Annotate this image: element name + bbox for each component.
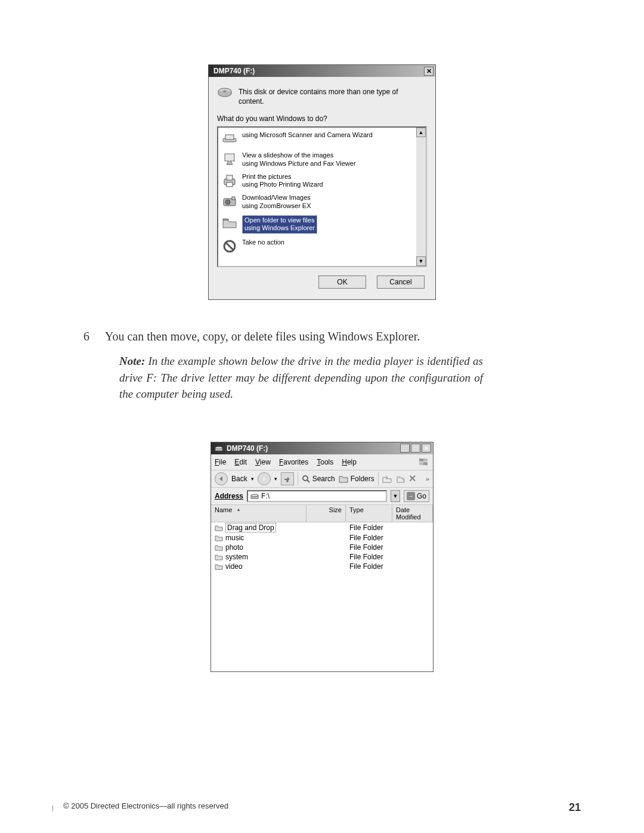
explorer-toolbar: Back ▾ ▾ Search Folders	[211, 470, 433, 488]
row-name: photo	[225, 543, 243, 552]
up-button[interactable]	[281, 472, 294, 485]
explorer-title-text: DMP740 (F:)	[227, 444, 268, 453]
autoplay-option-line1: View a slideshow of the images	[242, 151, 333, 159]
note-paragraph: Note: In the example shown below the dri…	[119, 353, 483, 402]
minimize-icon[interactable]: _	[400, 444, 410, 453]
chevron-down-icon[interactable]: ▾	[251, 476, 254, 482]
close-icon[interactable]: ✕	[424, 67, 434, 76]
explorer-window: DMP740 (F:) _ □ ✕ File Edit View Favorit…	[210, 442, 434, 672]
explorer-addressbar: Address F:\ ▼ → Go	[211, 488, 433, 505]
step-6: 6 You can then move, copy, or delete fil…	[78, 330, 644, 343]
menu-edit[interactable]: Edit	[234, 458, 247, 466]
back-label[interactable]: Back	[231, 475, 247, 483]
autoplay-body: This disk or device contains more than o…	[209, 77, 435, 299]
figure-autoplay-dialog: DMP740 (F:) ✕ This disk or device contai…	[0, 0, 644, 300]
menu-favorites[interactable]: Favorites	[279, 458, 308, 466]
autoplay-option-line2: using Photo Printing Wizard	[242, 181, 323, 188]
row-type: File Folder	[349, 524, 396, 532]
document-page: DMP740 (F:) ✕ This disk or device contai…	[0, 0, 644, 833]
autoplay-option-line2: using Windows Explorer	[244, 224, 315, 231]
header-date[interactable]: Date Modified	[392, 505, 433, 522]
autoplay-option[interactable]: Take no action	[221, 236, 414, 256]
toolbar-separator	[298, 472, 298, 485]
toolbar-separator	[378, 472, 379, 485]
maximize-icon[interactable]: □	[411, 444, 420, 453]
folder-icon	[215, 563, 223, 570]
autoplay-option[interactable]: using Microsoft Scanner and Camera Wizar…	[221, 129, 414, 149]
toolbar-more[interactable]: »	[426, 475, 429, 482]
header-type[interactable]: Type	[346, 505, 392, 522]
menu-help[interactable]: Help	[342, 458, 357, 466]
scanner-icon	[222, 131, 237, 147]
explorer-column-headers: Name ▲ Size Type Date Modified	[211, 505, 433, 522]
svg-point-14	[215, 447, 222, 449]
explorer-file-list: Drag and Drop File Folder music File Fol…	[211, 522, 433, 671]
forward-button[interactable]	[258, 472, 271, 485]
back-button[interactable]	[215, 472, 228, 485]
table-row[interactable]: Drag and Drop File Folder	[211, 522, 433, 533]
autoplay-option-line2: using ZoomBrowser EX	[242, 202, 311, 209]
go-arrow-icon: →	[407, 492, 415, 500]
copyright-text: © 2005 Directed Electronics—all rights r…	[63, 801, 228, 814]
close-icon[interactable]: ✕	[422, 444, 431, 453]
table-row[interactable]: music File Folder	[211, 533, 433, 543]
autoplay-option[interactable]: Print the pictures using Photo Printing …	[221, 171, 414, 192]
table-row[interactable]: photo File Folder	[211, 543, 433, 552]
table-row[interactable]: video File Folder	[211, 562, 433, 571]
row-name: system	[225, 553, 248, 561]
row-type: File Folder	[349, 553, 396, 561]
svg-point-9	[225, 200, 230, 205]
menu-file[interactable]: File	[215, 458, 226, 466]
folders-label: Folders	[351, 475, 374, 483]
address-dropdown-icon[interactable]: ▼	[391, 490, 400, 502]
drive-icon	[250, 493, 259, 500]
header-size[interactable]: Size	[306, 505, 346, 522]
svg-point-15	[303, 476, 308, 481]
scrollbar[interactable]: ▲ ▼	[416, 128, 426, 266]
go-label: Go	[417, 492, 426, 500]
address-input[interactable]: F:\	[247, 490, 387, 502]
folder-icon	[222, 215, 237, 231]
svg-rect-6	[227, 175, 233, 180]
move-to-icon[interactable]	[382, 474, 392, 484]
autoplay-option-list: using Microsoft Scanner and Camera Wizar…	[217, 126, 427, 267]
folders-button[interactable]: Folders	[339, 475, 374, 483]
cancel-button[interactable]: Cancel	[377, 275, 425, 289]
drive-icon	[215, 445, 223, 452]
search-label: Search	[312, 475, 335, 483]
autoplay-option-line1: Download/View Images	[242, 194, 311, 201]
scroll-up-icon[interactable]: ▲	[416, 128, 426, 137]
autoplay-option[interactable]: View a slideshow of the images using Win…	[221, 149, 414, 171]
autoplay-option-line1: Print the pictures	[242, 173, 292, 180]
svg-line-16	[307, 480, 309, 482]
search-button[interactable]: Search	[302, 475, 335, 483]
autoplay-intro-text: This disk or device contains more than o…	[239, 88, 405, 106]
sort-ascending-icon: ▲	[236, 507, 241, 512]
svg-point-18	[251, 494, 258, 497]
svg-point-1	[223, 91, 227, 92]
explorer-titlebar: DMP740 (F:) _ □ ✕	[211, 442, 433, 454]
address-label: Address	[215, 492, 243, 500]
chevron-down-icon[interactable]: ▾	[274, 476, 277, 482]
autoplay-option-line1: using Microsoft Scanner and Camera Wizar…	[242, 131, 373, 138]
header-name[interactable]: Name ▲	[211, 505, 306, 522]
scroll-down-icon[interactable]: ▼	[416, 256, 426, 266]
scroll-track[interactable]	[416, 137, 426, 256]
menu-tools[interactable]: Tools	[317, 458, 333, 466]
table-row[interactable]: system File Folder	[211, 552, 433, 562]
row-name: video	[225, 562, 243, 571]
row-type: File Folder	[349, 543, 396, 552]
go-button[interactable]: → Go	[404, 490, 429, 502]
printer-icon	[222, 173, 237, 188]
svg-line-12	[226, 243, 233, 250]
copy-to-icon[interactable]	[395, 474, 405, 484]
ok-button[interactable]: OK	[318, 275, 366, 289]
menu-view[interactable]: View	[255, 458, 271, 466]
folder-icon	[215, 553, 223, 561]
note-label: Note:	[119, 355, 145, 367]
autoplay-option-selected[interactable]: Open folder to view files using Windows …	[221, 213, 414, 237]
autoplay-option[interactable]: Download/View Images using ZoomBrowser E…	[221, 191, 414, 213]
delete-icon[interactable]: ✕	[408, 473, 416, 484]
windows-flag-icon	[417, 456, 429, 468]
row-type: File Folder	[349, 534, 396, 542]
